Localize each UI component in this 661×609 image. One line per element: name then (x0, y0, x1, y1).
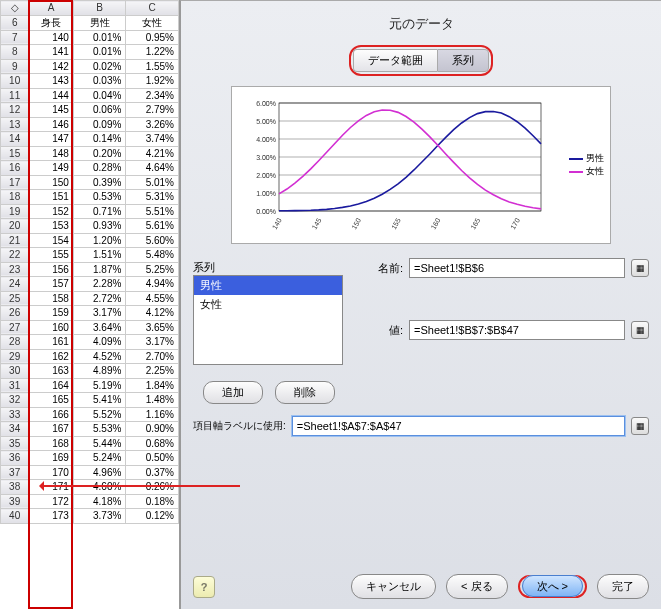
cell-A24[interactable]: 157 (29, 277, 74, 292)
cell-C8[interactable]: 1.22% (126, 45, 179, 60)
cell-B19[interactable]: 0.71% (73, 204, 126, 219)
cell-B31[interactable]: 5.19% (73, 378, 126, 393)
cell-C32[interactable]: 1.48% (126, 393, 179, 408)
row-header-28[interactable]: 28 (1, 335, 29, 350)
tab-series[interactable]: 系列 (437, 49, 489, 72)
row-header-32[interactable]: 32 (1, 393, 29, 408)
cell-A15[interactable]: 148 (29, 146, 74, 161)
cell-C14[interactable]: 3.74% (126, 132, 179, 147)
cell-C36[interactable]: 0.50% (126, 451, 179, 466)
col-header-A[interactable]: A (29, 1, 74, 16)
cell-A9[interactable]: 142 (29, 59, 74, 74)
row-header-35[interactable]: 35 (1, 436, 29, 451)
spreadsheet[interactable]: ◇ A B C 6 身長 男性 女性7 140 0.01% 0.95%8 141… (0, 0, 180, 609)
cell-A20[interactable]: 153 (29, 219, 74, 234)
cell-B33[interactable]: 5.52% (73, 407, 126, 422)
cell-C27[interactable]: 3.65% (126, 320, 179, 335)
row-header-18[interactable]: 18 (1, 190, 29, 205)
cell-A7[interactable]: 140 (29, 30, 74, 45)
cell-C12[interactable]: 2.79% (126, 103, 179, 118)
row-header-29[interactable]: 29 (1, 349, 29, 364)
cancel-button[interactable]: キャンセル (351, 574, 436, 599)
cell-A35[interactable]: 168 (29, 436, 74, 451)
cell-C13[interactable]: 3.26% (126, 117, 179, 132)
cell-B25[interactable]: 2.72% (73, 291, 126, 306)
row-header-27[interactable]: 27 (1, 320, 29, 335)
cell-B13[interactable]: 0.09% (73, 117, 126, 132)
cell-A31[interactable]: 164 (29, 378, 74, 393)
cell-C11[interactable]: 2.34% (126, 88, 179, 103)
cell-B28[interactable]: 4.09% (73, 335, 126, 350)
col-header-C[interactable]: C (126, 1, 179, 16)
cell-B26[interactable]: 3.17% (73, 306, 126, 321)
row-header-31[interactable]: 31 (1, 378, 29, 393)
cell-B12[interactable]: 0.06% (73, 103, 126, 118)
row-header-17[interactable]: 17 (1, 175, 29, 190)
row-header-19[interactable]: 19 (1, 204, 29, 219)
axis-label-input[interactable] (292, 416, 625, 436)
cell-A34[interactable]: 167 (29, 422, 74, 437)
cell-A12[interactable]: 145 (29, 103, 74, 118)
cell-B18[interactable]: 0.53% (73, 190, 126, 205)
cell-C30[interactable]: 2.25% (126, 364, 179, 379)
cell-C25[interactable]: 4.55% (126, 291, 179, 306)
cell-A25[interactable]: 158 (29, 291, 74, 306)
tab-data-range[interactable]: データ範囲 (353, 49, 437, 72)
cell-A36[interactable]: 169 (29, 451, 74, 466)
row-header-6[interactable]: 6 (1, 15, 29, 30)
cell-A26[interactable]: 159 (29, 306, 74, 321)
row-header-16[interactable]: 16 (1, 161, 29, 176)
cell-A13[interactable]: 146 (29, 117, 74, 132)
cell-C19[interactable]: 5.51% (126, 204, 179, 219)
cell-C18[interactable]: 5.31% (126, 190, 179, 205)
cell-A39[interactable]: 172 (29, 494, 74, 509)
row-header-21[interactable]: 21 (1, 233, 29, 248)
row-header-36[interactable]: 36 (1, 451, 29, 466)
row-header-34[interactable]: 34 (1, 422, 29, 437)
cell-A23[interactable]: 156 (29, 262, 74, 277)
cell-B11[interactable]: 0.04% (73, 88, 126, 103)
cell-A27[interactable]: 160 (29, 320, 74, 335)
cell-C23[interactable]: 5.25% (126, 262, 179, 277)
cell-C35[interactable]: 0.68% (126, 436, 179, 451)
cell-A14[interactable]: 147 (29, 132, 74, 147)
cell-B7[interactable]: 0.01% (73, 30, 126, 45)
series-listbox[interactable]: 男性 女性 (193, 275, 343, 365)
cell-C40[interactable]: 0.12% (126, 509, 179, 524)
row-header-40[interactable]: 40 (1, 509, 29, 524)
cell-B39[interactable]: 4.18% (73, 494, 126, 509)
finish-button[interactable]: 完了 (597, 574, 649, 599)
cell-C9[interactable]: 1.55% (126, 59, 179, 74)
cell-C26[interactable]: 4.12% (126, 306, 179, 321)
cell-A21[interactable]: 154 (29, 233, 74, 248)
cell-B15[interactable]: 0.20% (73, 146, 126, 161)
row-header-10[interactable]: 10 (1, 74, 29, 89)
cell-B24[interactable]: 2.28% (73, 277, 126, 292)
cell-A28[interactable]: 161 (29, 335, 74, 350)
cell-B32[interactable]: 5.41% (73, 393, 126, 408)
cell-B35[interactable]: 5.44% (73, 436, 126, 451)
row-header-14[interactable]: 14 (1, 132, 29, 147)
cell-A30[interactable]: 163 (29, 364, 74, 379)
row-header-23[interactable]: 23 (1, 262, 29, 277)
help-button[interactable]: ? (193, 576, 215, 598)
cell-A11[interactable]: 144 (29, 88, 74, 103)
cell-C20[interactable]: 5.61% (126, 219, 179, 234)
cell-C29[interactable]: 2.70% (126, 349, 179, 364)
cell-A8[interactable]: 141 (29, 45, 74, 60)
value-ref-button[interactable]: ▦ (631, 321, 649, 339)
cell-C6[interactable]: 女性 (126, 15, 179, 30)
cell-B27[interactable]: 3.64% (73, 320, 126, 335)
cell-B17[interactable]: 0.39% (73, 175, 126, 190)
cell-B10[interactable]: 0.03% (73, 74, 126, 89)
cell-A32[interactable]: 165 (29, 393, 74, 408)
cell-B9[interactable]: 0.02% (73, 59, 126, 74)
cell-C37[interactable]: 0.37% (126, 465, 179, 480)
col-header-B[interactable]: B (73, 1, 126, 16)
cell-C22[interactable]: 5.48% (126, 248, 179, 263)
cell-C28[interactable]: 3.17% (126, 335, 179, 350)
cell-B22[interactable]: 1.51% (73, 248, 126, 263)
cell-B40[interactable]: 3.73% (73, 509, 126, 524)
cell-A10[interactable]: 143 (29, 74, 74, 89)
row-header-37[interactable]: 37 (1, 465, 29, 480)
